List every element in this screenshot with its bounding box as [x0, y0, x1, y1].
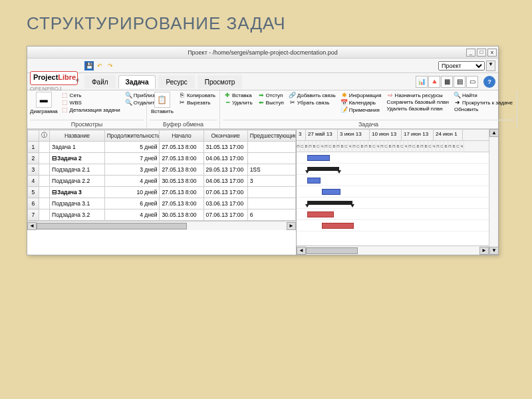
- cell-name[interactable]: Подзадача 2.2: [50, 176, 105, 187]
- scroll-right-icon[interactable]: ►: [479, 247, 489, 255]
- cell-finish[interactable]: 04.06.13 17:00: [203, 153, 247, 164]
- scroll-to-button[interactable]: ➜Прокрутить к задаче: [453, 99, 514, 106]
- cell-info[interactable]: [39, 142, 50, 153]
- cell-start[interactable]: 30.05.13 8:00: [160, 176, 203, 187]
- gantt-bar[interactable]: [307, 211, 334, 217]
- copy-button[interactable]: ⎘Копировать: [178, 92, 217, 98]
- task-grid[interactable]: ⓘ Название Продолжительность Начало Окон…: [27, 130, 297, 255]
- maximize-button[interactable]: □: [477, 49, 486, 57]
- table-row[interactable]: 7Подзадача 3.24 дней30.05.13 8:0007.06.1…: [28, 209, 296, 221]
- cell-duration[interactable]: 10 дней: [104, 187, 160, 198]
- cell-start[interactable]: 27.05.13 8:00: [160, 153, 203, 164]
- tab-task[interactable]: Задача: [118, 75, 156, 88]
- cell-info[interactable]: [39, 187, 50, 198]
- save-icon[interactable]: 💾: [84, 61, 94, 70]
- network-button[interactable]: ⬚Сеть: [61, 92, 122, 98]
- delete-baseline-button[interactable]: Удалить базовый план: [386, 106, 450, 112]
- col-name[interactable]: Название: [50, 130, 105, 142]
- delete-button[interactable]: ━Удалить: [223, 99, 254, 106]
- gantt-bar[interactable]: [307, 178, 321, 184]
- cut-button[interactable]: ✂Вырезать: [178, 99, 217, 106]
- minimize-button[interactable]: _: [466, 49, 475, 57]
- notes-button[interactable]: 📝Примечания: [340, 106, 383, 113]
- cell-name[interactable]: Подзадача 3.2: [50, 209, 105, 221]
- cell-pred[interactable]: [247, 153, 295, 164]
- calendar-button[interactable]: 📅Календарь: [340, 99, 383, 106]
- cell-duration[interactable]: 4 дней: [104, 209, 160, 221]
- undo-icon[interactable]: ↶: [95, 61, 104, 70]
- outdent-button[interactable]: ⬅Выступ: [257, 99, 285, 106]
- assign-button[interactable]: ⇨Назначить ресурсы: [386, 92, 450, 98]
- row-number[interactable]: 6: [28, 198, 39, 209]
- cell-duration[interactable]: 6 дней: [104, 198, 160, 209]
- col-duration[interactable]: Продолжительность: [104, 130, 160, 142]
- table-row[interactable]: 5⊟Задача 310 дней27.05.13 8:0007.06.13 1…: [28, 187, 296, 198]
- cell-info[interactable]: [39, 209, 50, 221]
- cell-pred[interactable]: 3: [247, 176, 295, 187]
- cell-finish[interactable]: 04.06.13 17:00: [203, 176, 247, 187]
- cell-name[interactable]: Подзадача 3.1: [50, 198, 105, 209]
- gantt-row[interactable]: [297, 186, 489, 198]
- col-info[interactable]: ⓘ: [39, 130, 50, 142]
- col-start[interactable]: Начало: [160, 130, 203, 142]
- update-button[interactable]: Обновить: [453, 106, 514, 112]
- print-icon[interactable]: ▭: [466, 76, 478, 88]
- link-button[interactable]: 🔗Добавить связь: [288, 92, 337, 98]
- tab-resource[interactable]: Ресурс: [158, 75, 194, 88]
- close-button[interactable]: x: [487, 49, 497, 57]
- cell-name[interactable]: ⊟Задача 3: [50, 187, 105, 198]
- cell-duration[interactable]: 5 дней: [104, 142, 160, 153]
- cell-name[interactable]: ⊟Задача 2: [50, 153, 105, 164]
- gantt-scrollbar-h[interactable]: ◄ ►: [297, 245, 489, 255]
- cell-start[interactable]: 30.05.13 8:00: [160, 209, 203, 221]
- scrollbar-v[interactable]: ▲ ▼: [489, 129, 498, 255]
- sort-icon[interactable]: ▤: [454, 76, 466, 88]
- insert-button[interactable]: ✚Вставка: [223, 92, 254, 98]
- cell-pred[interactable]: [247, 142, 295, 153]
- gantt-row[interactable]: [297, 152, 489, 164]
- scroll-left-icon[interactable]: ◄: [297, 247, 306, 255]
- cell-info[interactable]: [39, 164, 50, 176]
- cell-finish[interactable]: 07.06.13 17:00: [203, 187, 247, 198]
- gantt-row[interactable]: [297, 175, 489, 186]
- gantt-diagram-button[interactable]: ▬ Диаграмма: [30, 92, 58, 114]
- cell-pred[interactable]: 6: [247, 209, 295, 221]
- chart-icon[interactable]: 📊: [416, 76, 428, 88]
- gantt-bar[interactable]: [307, 201, 352, 205]
- cell-name[interactable]: Подзадача 2.1: [50, 164, 105, 176]
- gantt-row[interactable]: [297, 209, 489, 220]
- unlink-button[interactable]: ✂Убрать связь: [288, 99, 337, 106]
- help-icon[interactable]: ?: [483, 76, 495, 88]
- cell-pred[interactable]: [247, 187, 295, 198]
- gantt-chart[interactable]: 327 май 133 июн 1310 июн 1317 июн 1324 и…: [297, 130, 489, 255]
- cell-info[interactable]: [39, 176, 50, 187]
- cell-pred[interactable]: [247, 198, 295, 209]
- col-pred[interactable]: Предшествующие: [247, 130, 295, 142]
- dropdown-arrow-icon[interactable]: ▼: [486, 61, 495, 71]
- wbs-button[interactable]: ⬚WBS: [61, 99, 122, 106]
- gantt-bar[interactable]: [322, 189, 340, 195]
- scroll-right-icon[interactable]: ►: [287, 222, 296, 230]
- project-dropdown[interactable]: Проект: [438, 61, 485, 70]
- task-detail-button[interactable]: ⬚Детализация задачи: [61, 106, 122, 113]
- gantt-bar[interactable]: [307, 167, 339, 171]
- row-number[interactable]: 3: [28, 164, 39, 176]
- table-row[interactable]: 3Подзадача 2.13 дней27.05.13 8:0029.05.1…: [28, 164, 296, 176]
- indent-button[interactable]: ➡Отступ: [257, 92, 285, 98]
- baseline-button[interactable]: Сохранить базовый план: [386, 99, 450, 105]
- cell-finish[interactable]: 29.05.13 17:00: [203, 164, 247, 176]
- cell-duration[interactable]: 7 дней: [104, 153, 160, 164]
- cell-start[interactable]: 27.05.13 8:00: [160, 187, 203, 198]
- cell-pred[interactable]: 1SS: [247, 164, 295, 176]
- find-button[interactable]: 🔍Найти: [453, 92, 514, 98]
- table-row[interactable]: 6Подзадача 3.16 дней27.05.13 8:0003.06.1…: [28, 198, 296, 209]
- cell-info[interactable]: [39, 153, 50, 164]
- group-icon[interactable]: ▦: [441, 76, 453, 88]
- row-number[interactable]: 1: [28, 142, 39, 153]
- cell-start[interactable]: 27.05.13 8:00: [160, 198, 203, 209]
- scroll-up-icon[interactable]: ▲: [489, 129, 499, 137]
- filter-icon[interactable]: 🔺: [428, 76, 440, 88]
- scroll-left-icon[interactable]: ◄: [27, 222, 37, 230]
- gantt-bar[interactable]: [322, 223, 354, 229]
- table-row[interactable]: 2⊟Задача 27 дней27.05.13 8:0004.06.13 17…: [28, 153, 296, 164]
